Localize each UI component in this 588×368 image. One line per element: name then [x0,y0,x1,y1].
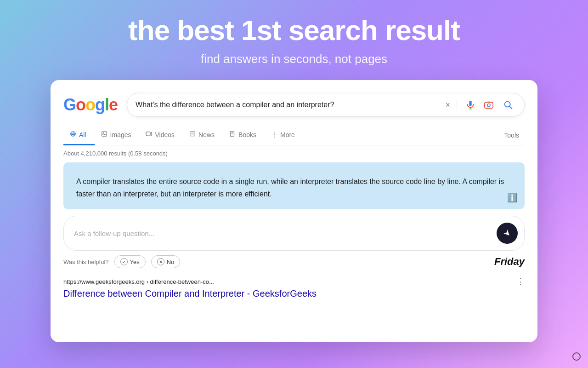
bottom-circle [572,352,581,361]
search-button[interactable] [500,97,516,113]
helpful-row: Was this helpful? ✓ Yes ✕ No Friday [63,255,525,268]
microphone-icon[interactable] [464,98,477,112]
google-header: Google What's the difference between a c… [63,93,525,117]
tools-button[interactable]: Tools [498,127,525,144]
followup-bar[interactable]: Ask a follow-up question... ➤ [63,216,525,251]
svg-point-10 [102,132,103,133]
result-title[interactable]: Difference between Compiler and Interpre… [63,288,525,299]
tab-all[interactable]: All [63,126,95,145]
tab-more[interactable]: ⋮ More [265,126,303,145]
results-info: About 4,210,000 results (0.58 seconds) [63,150,525,157]
hero-title: the best 1st search result [128,14,460,46]
tab-videos-label: Videos [155,131,175,138]
books-tab-icon [229,131,236,138]
svg-line-6 [509,106,512,109]
all-tab-icon [70,131,76,138]
ai-answer-box: A compiler translates the entire source … [63,162,525,209]
tab-videos[interactable]: Videos [139,126,183,145]
no-label: No [167,259,175,265]
clear-button[interactable]: × [445,100,450,110]
tab-images-label: Images [110,131,131,138]
tab-images[interactable]: Images [95,126,140,145]
svg-rect-11 [147,132,151,136]
tab-news-label: News [198,131,215,138]
news-tab-icon [189,131,196,138]
result-url: https://www.geeksforgeeks.org › differen… [63,278,214,285]
check-icon: ✓ [120,258,128,265]
camera-icon[interactable] [482,98,496,112]
svg-point-4 [487,104,490,107]
search-query: What's the difference between a compiler… [136,101,441,109]
info-icon[interactable]: ℹ️ [507,193,517,203]
helpful-label: Was this helpful? [63,259,109,265]
more-tab-icon: ⋮ [271,131,277,138]
svg-rect-0 [469,101,472,106]
no-button[interactable]: ✕ No [151,255,181,268]
tab-news[interactable]: News [183,126,223,145]
search-divider [457,100,457,110]
svg-rect-12 [190,132,195,136]
yes-label: Yes [130,259,140,265]
ai-answer-text: A compiler translates the entire source … [76,175,512,200]
yes-button[interactable]: ✓ Yes [114,255,146,268]
browser-card: Google What's the difference between a c… [51,80,537,342]
google-logo: Google [63,95,118,115]
followup-placeholder: Ask a follow-up question... [74,230,497,237]
search-bar[interactable]: What's the difference between a compiler… [127,93,525,117]
images-tab-icon [101,131,107,138]
result-url-row: https://www.geeksforgeeks.org › differen… [63,276,525,287]
svg-rect-9 [102,132,107,137]
search-tabs: All Images Videos News Books [63,126,525,145]
result-menu-icon[interactable]: ⋮ [516,276,525,287]
tab-more-label: More [280,131,295,138]
tab-books[interactable]: Books [223,126,265,145]
send-icon: ➤ [501,227,513,239]
friday-brand: Friday [494,256,525,268]
videos-tab-icon [146,131,152,138]
tab-books-label: Books [238,131,256,138]
hero-subtitle: find answers in seconds, not pages [201,52,387,66]
x-icon: ✕ [157,258,164,265]
svg-rect-3 [485,103,493,109]
send-button[interactable]: ➤ [497,223,518,244]
tab-all-label: All [79,131,86,138]
